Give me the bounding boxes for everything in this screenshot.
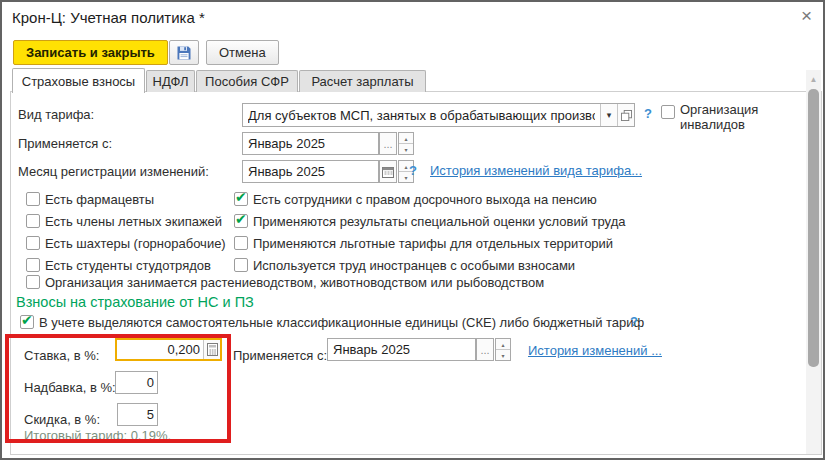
agro-checkbox[interactable]	[26, 275, 40, 289]
reg-month-calendar-button[interactable]	[379, 160, 397, 183]
total-tariff-note: Итоговый тариф: 0,19%.	[24, 428, 171, 443]
cancel-button[interactable]: Отмена	[206, 40, 279, 65]
flag-label[interactable]: Применяются льготные тарифы для отдельны…	[253, 236, 613, 251]
floppy-disk-icon	[176, 45, 192, 61]
spin-up-icon: ▴	[399, 133, 413, 144]
tariff-kind-field: ▾	[242, 103, 635, 127]
spin-up-icon: ▴	[496, 339, 510, 350]
flag-checkbox[interactable]	[26, 236, 40, 250]
rate-calculator-button[interactable]	[203, 340, 220, 359]
ns-pz-section-header: Взносы на страхование от НС и ПЗ	[16, 294, 254, 310]
markup-label: Надбавка, в %:	[24, 380, 116, 395]
spin-down-icon: ▾	[496, 350, 510, 360]
flag-checkbox[interactable]	[26, 258, 40, 272]
ske-label[interactable]: В учете выделяются самостоятельные класс…	[39, 315, 644, 330]
tab-payroll-calc[interactable]: Расчет зарплаты	[299, 70, 426, 92]
rate-label: Ставка, в %:	[24, 348, 99, 363]
tab-ndfl[interactable]: НДФЛ	[146, 70, 195, 92]
save-and-close-button[interactable]: Записать и закрыть	[13, 40, 168, 65]
calendar-icon	[382, 166, 394, 178]
scrollbar-thumb[interactable]	[808, 89, 819, 367]
ske-help[interactable]: ?	[630, 314, 638, 329]
tariff-kind-input[interactable]	[243, 104, 600, 126]
tariff-open-button[interactable]	[617, 104, 634, 126]
applies-from-field	[242, 132, 379, 155]
tariff-kind-label: Вид тарифа:	[18, 107, 94, 122]
flag-label[interactable]: Есть фармацевты	[45, 192, 154, 207]
reg-month-input[interactable]	[243, 161, 378, 182]
tariff-history-link[interactable]: История изменений вида тарифа...	[430, 163, 642, 178]
flag-checkbox[interactable]	[234, 236, 248, 250]
calculator-icon	[207, 343, 218, 356]
flag-checkbox[interactable]	[234, 258, 248, 272]
applies-from-dots-button[interactable]: ...	[379, 132, 397, 155]
tariff-dropdown-button[interactable]: ▾	[600, 104, 617, 126]
tab-sfr-benefits[interactable]: Пособия СФР	[196, 70, 298, 92]
flag-label[interactable]: Применяются результаты специальной оценк…	[253, 214, 625, 229]
markup-input[interactable]	[116, 372, 157, 393]
applies-from-input[interactable]	[243, 133, 378, 154]
ns-applies-from-dots-button[interactable]: ...	[476, 338, 494, 361]
save-button[interactable]	[169, 40, 199, 65]
close-icon[interactable]: ×	[801, 6, 812, 25]
flag-checkbox[interactable]	[234, 192, 248, 206]
rate-field	[115, 338, 222, 361]
flag-checkbox[interactable]	[234, 214, 248, 228]
reg-month-help[interactable]: ?	[409, 163, 417, 178]
ns-applies-from-field	[327, 338, 476, 361]
accounting-policy-window: Крон-Ц: Учетная политика * × Записать и …	[0, 0, 825, 460]
markup-field	[115, 371, 158, 394]
ns-history-link[interactable]: История изменений ...	[528, 343, 662, 358]
ns-applies-from-label: Применяется с:	[233, 348, 327, 363]
window-title: Крон-Ц: Учетная политика *	[12, 9, 205, 26]
flag-label[interactable]: Есть сотрудники с правом досрочного выхо…	[253, 192, 597, 207]
scrollbar-up-icon[interactable]: ▲	[807, 73, 820, 85]
flag-label[interactable]: Есть шахтеры (горнорабочие)	[45, 236, 226, 251]
applies-from-spinner[interactable]: ▴ ▾	[398, 132, 414, 155]
agro-label[interactable]: Организация занимается растениеводством,…	[45, 275, 544, 290]
tab-content-panel	[10, 91, 822, 455]
flag-label[interactable]: Есть студенты студотрядов	[45, 258, 211, 273]
ske-checkbox[interactable]	[20, 315, 34, 329]
rate-input[interactable]	[117, 340, 203, 359]
chevron-down-icon: ▾	[607, 110, 612, 120]
ns-applies-from-spinner[interactable]: ▴ ▾	[495, 338, 511, 361]
open-icon	[621, 110, 632, 121]
disabled-org-checkbox[interactable]	[661, 105, 675, 119]
applies-from-label: Применяется с:	[18, 136, 112, 151]
discount-input[interactable]	[118, 404, 157, 425]
tab-insurance-contributions[interactable]: Страховые взносы	[12, 68, 145, 93]
reg-month-field	[242, 160, 379, 183]
ns-applies-from-input[interactable]	[328, 339, 475, 360]
flag-label[interactable]: Есть члены летных экипажей	[45, 214, 222, 229]
tariff-help[interactable]: ?	[644, 106, 652, 121]
reg-month-label: Месяц регистрации изменений:	[18, 164, 209, 179]
flag-label[interactable]: Используется труд иностранцев с особыми …	[253, 258, 575, 273]
flag-checkbox[interactable]	[26, 214, 40, 228]
disabled-org-label[interactable]: Организация инвалидов	[680, 102, 776, 132]
spin-down-icon: ▾	[399, 144, 413, 154]
discount-field	[117, 403, 158, 426]
discount-label: Скидка, в %:	[24, 412, 100, 427]
flag-checkbox[interactable]	[26, 192, 40, 206]
